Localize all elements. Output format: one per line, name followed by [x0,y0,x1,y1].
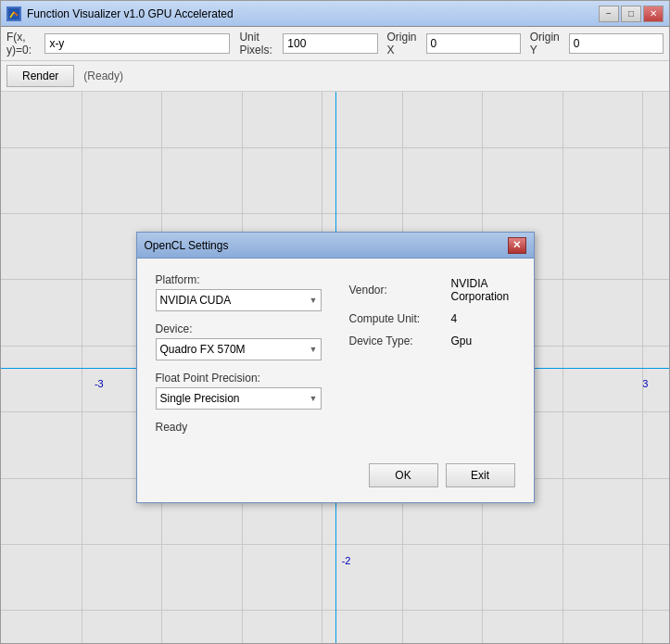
dialog-overlay: OpenCL Settings ✕ Platform: NVIDIA CUD [1,92,669,643]
device-type-key: Device Type: [349,335,451,347]
device-type-info: Device Type: Gpu [349,335,515,347]
window-controls: − □ ✕ [599,6,664,22]
vendor-info: Vendor: NVIDIA Corporation [349,277,515,303]
platform-label: Platform: [156,273,322,286]
device-label: Device: [156,322,322,335]
float-select[interactable]: Single Precision Double Precision [156,387,322,410]
main-window: Function Visualizer v1.0 GPU Accelerated… [0,0,670,644]
dialog-status: Ready [156,421,322,434]
render-toolbar: Render (Ready) [1,61,669,92]
unit-input[interactable] [283,33,377,54]
device-type-value: Gpu [451,335,473,347]
device-select-wrapper: Quadro FX 570M [156,338,322,360]
origin-y-input[interactable] [569,33,664,54]
svg-rect-0 [8,8,19,19]
close-button[interactable]: ✕ [643,6,664,22]
float-select-wrapper: Single Precision Double Precision [156,387,322,410]
platform-group: Platform: NVIDIA CUDA [156,273,322,311]
render-button[interactable]: Render [6,65,74,87]
graph-area: -3 3 -1 -2 OpenCL Settings ✕ Platfor [1,92,669,643]
origin-x-input[interactable] [426,33,521,54]
float-group: Float Point Precision: Single Precision … [156,372,322,410]
app-icon [6,6,21,21]
dialog-footer: OK Exit [156,452,515,487]
compute-value: 4 [451,312,458,325]
minimize-button[interactable]: − [599,6,619,22]
window-title: Function Visualizer v1.0 GPU Accelerated [27,7,599,20]
title-bar: Function Visualizer v1.0 GPU Accelerated… [1,1,669,27]
dialog-left-column: Platform: NVIDIA CUDA Device: [156,273,322,434]
dialog-right-column: Vendor: NVIDIA Corporation Compute Unit:… [349,273,515,357]
origin-x-label: Origin X [387,31,417,57]
compute-key: Compute Unit: [349,312,451,325]
device-group: Device: Quadro FX 570M [156,322,322,360]
platform-select-wrapper: NVIDIA CUDA [156,289,322,311]
formula-label: F(x, y)=0: [6,31,35,57]
render-status: (Ready) [83,69,123,82]
dialog-body: Platform: NVIDIA CUDA Device: [137,259,534,502]
device-select[interactable]: Quadro FX 570M [156,338,322,360]
origin-y-label: Origin Y [530,31,560,57]
compute-info: Compute Unit: 4 [349,312,515,325]
unit-label: Unit Pixels: [239,31,273,57]
exit-button[interactable]: Exit [446,463,515,487]
dialog-title-text: OpenCL Settings [145,239,229,252]
opencl-settings-dialog: OpenCL Settings ✕ Platform: NVIDIA CUD [136,232,535,503]
float-label: Float Point Precision: [156,372,322,385]
dialog-title-bar: OpenCL Settings ✕ [137,233,534,259]
ok-button[interactable]: OK [369,463,438,487]
formula-input[interactable] [44,33,230,54]
vendor-key: Vendor: [349,284,451,297]
maximize-button[interactable]: □ [621,6,641,22]
dialog-content-row: Platform: NVIDIA CUDA Device: [156,273,515,434]
platform-select[interactable]: NVIDIA CUDA [156,289,322,311]
vendor-value: NVIDIA Corporation [451,277,515,303]
formula-toolbar: F(x, y)=0: Unit Pixels: Origin X Origin … [1,27,669,61]
dialog-close-button[interactable]: ✕ [508,237,526,254]
